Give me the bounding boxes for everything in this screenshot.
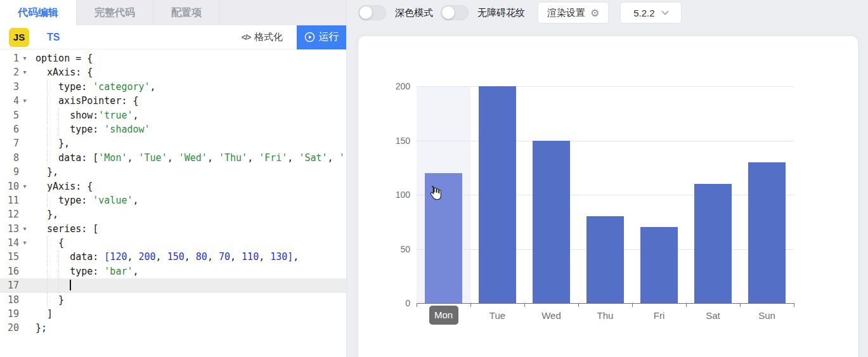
indent-guide xyxy=(47,193,58,207)
code-line[interactable]: 4▾ axisPointer: { xyxy=(0,94,346,108)
code-line[interactable]: 1▾option = { xyxy=(0,51,346,65)
code-token: 'Fri' xyxy=(259,152,287,164)
code-line[interactable]: 13▾ series: [ xyxy=(0,222,346,236)
code-line-text[interactable]: yAxis: { xyxy=(30,179,346,193)
code-line-text[interactable]: }; xyxy=(30,321,346,335)
tab-code-edit[interactable]: 代码编辑 xyxy=(0,0,77,25)
code-line-text[interactable]: type: 'value', xyxy=(30,193,346,207)
fold-gutter xyxy=(19,165,30,179)
code-token: 'true' xyxy=(98,110,133,121)
fold-arrow-icon[interactable]: ▾ xyxy=(19,94,30,108)
code-line[interactable]: 16 type: 'bar', xyxy=(0,264,346,278)
render-settings-button[interactable]: 渲染设置 ⚙ xyxy=(538,2,609,23)
code-line[interactable]: 5 show:'true', xyxy=(0,108,346,122)
code-line-text[interactable]: }, xyxy=(30,136,346,150)
indent-guide xyxy=(36,165,47,179)
code-line[interactable]: 20}; xyxy=(0,321,346,335)
code-line-text[interactable]: data: [120, 200, 150, 80, 70, 110, 130], xyxy=(30,250,346,264)
accessibility-pattern-toggle[interactable] xyxy=(441,5,469,20)
code-token: , xyxy=(287,152,299,164)
fold-arrow-icon[interactable]: ▾ xyxy=(19,222,30,236)
js-language-button[interactable]: JS xyxy=(9,28,29,47)
code-line[interactable]: 11 type: 'value', xyxy=(0,193,346,207)
code-token: 80 xyxy=(196,251,207,263)
bar-tue[interactable] xyxy=(479,86,516,303)
code-line-text[interactable]: axisPointer: { xyxy=(30,94,346,108)
code-line[interactable]: 6 type: 'shadow' xyxy=(0,122,346,136)
code-line[interactable]: 3 type: 'category', xyxy=(0,80,346,94)
code-line[interactable]: 12 }, xyxy=(0,207,346,221)
code-line-text[interactable]: type: 'category', xyxy=(30,80,346,94)
code-line[interactable]: 7 }, xyxy=(0,136,346,150)
code-line[interactable]: 15 data: [120, 200, 150, 80, 70, 110, 13… xyxy=(0,250,346,264)
code-line-text[interactable]: } xyxy=(30,293,346,307)
code-line-text[interactable]: }, xyxy=(30,165,346,179)
line-gutter: 7 xyxy=(0,136,30,150)
code-line-text[interactable]: show:'true', xyxy=(30,108,346,122)
code-line-text[interactable]: option = { xyxy=(30,51,346,65)
fold-gutter xyxy=(19,151,30,165)
line-number: 18 xyxy=(0,293,19,307)
bar-sat[interactable] xyxy=(694,184,732,303)
code-line[interactable]: 10▾ yAxis: { xyxy=(0,179,346,193)
code-line[interactable]: 8 data: ['Mon', 'Tue', 'Wed', 'Thu', 'Fr… xyxy=(0,151,346,165)
fold-arrow-icon[interactable]: ▾ xyxy=(19,51,30,65)
code-line[interactable]: 18 } xyxy=(0,293,346,307)
code-line[interactable]: 19 ] xyxy=(0,307,346,321)
code-line-text[interactable]: type: 'bar', xyxy=(30,264,346,278)
code-line-text[interactable]: { xyxy=(30,236,346,250)
bar-thu[interactable] xyxy=(586,216,624,303)
y-axis-tick-label: 50 xyxy=(385,244,410,254)
tab-full-code[interactable]: 完整代码 xyxy=(77,0,153,25)
fold-arrow-icon[interactable]: ▾ xyxy=(19,179,30,193)
line-gutter: 4▾ xyxy=(0,94,30,108)
code-line-text[interactable]: }, xyxy=(30,207,346,221)
ts-language-button[interactable]: TS xyxy=(47,32,60,43)
fold-arrow-icon[interactable]: ▾ xyxy=(19,65,30,79)
code-line[interactable]: 9 }, xyxy=(0,165,346,179)
code-editor[interactable]: 1▾option = {2▾ xAxis: {3 type: 'category… xyxy=(0,49,346,357)
code-token: ] xyxy=(287,251,293,263)
indent-guide xyxy=(47,250,58,264)
format-button[interactable]: </> 格式化 xyxy=(242,31,283,43)
tab-config-options[interactable]: 配置项 xyxy=(153,0,220,25)
dark-mode-toggle[interactable] xyxy=(358,5,386,20)
line-number: 9 xyxy=(0,165,19,179)
line-gutter: 11 xyxy=(0,193,30,207)
code-line[interactable]: 17 xyxy=(0,278,346,292)
accessibility-pattern-label: 无障碍花纹 xyxy=(477,7,525,19)
line-gutter: 16 xyxy=(0,264,30,278)
version-select[interactable]: 5.2.2 xyxy=(620,2,682,23)
toggle-knob xyxy=(360,6,372,19)
bar-fri[interactable] xyxy=(640,227,678,303)
x-axis-tick-label: Tue xyxy=(470,309,524,322)
code-line-text[interactable]: series: [ xyxy=(30,222,346,236)
code-line-text[interactable]: data: ['Mon', 'Tue', 'Wed', 'Thu', 'Fri'… xyxy=(30,151,346,165)
code-line-text[interactable]: type: 'shadow' xyxy=(30,122,346,136)
indent-guide xyxy=(36,65,47,79)
fold-arrow-icon[interactable]: ▾ xyxy=(19,236,30,250)
bar-mon[interactable] xyxy=(425,173,462,303)
fold-gutter xyxy=(19,108,30,122)
indent-guide xyxy=(47,151,58,165)
bar-sun[interactable] xyxy=(748,162,786,303)
x-axis-tick xyxy=(794,303,794,307)
code-line-text[interactable] xyxy=(30,278,346,292)
code-token: , xyxy=(328,152,339,164)
code-line-text[interactable]: ] xyxy=(30,307,346,321)
code-token: , xyxy=(127,152,138,164)
code-token: type: xyxy=(70,124,104,135)
indent-guide xyxy=(47,264,58,278)
code-line[interactable]: 14▾ { xyxy=(0,236,346,250)
code-line-text[interactable]: xAxis: { xyxy=(30,65,346,79)
x-axis-tick-label: Sat xyxy=(686,309,740,322)
code-line[interactable]: 2▾ xAxis: { xyxy=(0,65,346,79)
run-button[interactable]: 运行 xyxy=(297,25,346,49)
x-axis-tick xyxy=(524,303,525,307)
code-token: xAxis: { xyxy=(47,67,93,78)
bar-wed[interactable] xyxy=(533,141,570,304)
code-token: data: xyxy=(70,251,104,263)
line-gutter: 20 xyxy=(0,321,30,335)
editor-tab-bar: 代码编辑 完整代码 配置项 xyxy=(0,0,346,25)
indent-guide xyxy=(36,94,47,108)
